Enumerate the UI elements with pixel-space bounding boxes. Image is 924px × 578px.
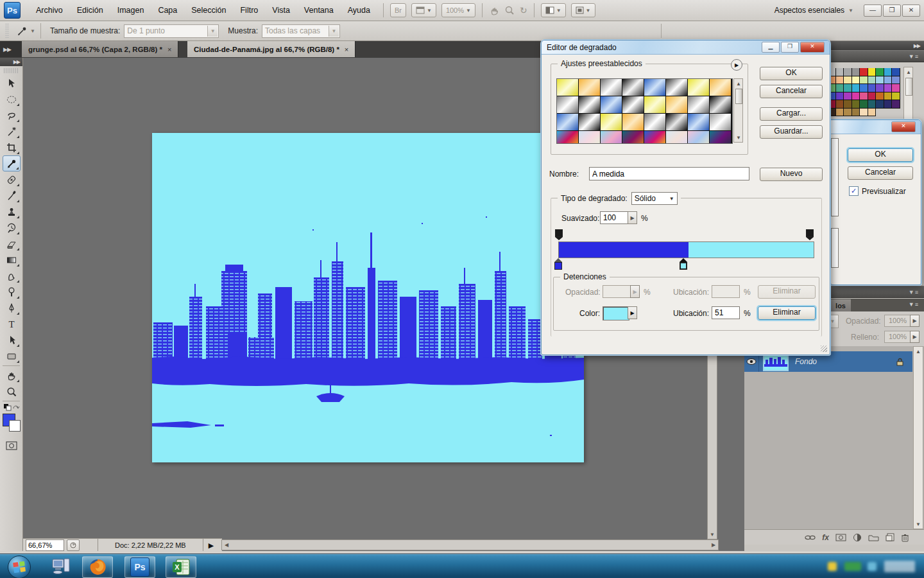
gradient-preset-swatch[interactable] [557,79,578,96]
new-group-icon[interactable] [868,534,879,541]
scroll-down-icon[interactable]: ▼ [734,133,743,142]
crop-tool[interactable] [3,139,21,155]
tab-ciudad-de-panama[interactable]: Ciudad-de-Panamá.jpg al 66,7% (RGB/8) *× [187,41,355,57]
scroll-up-icon[interactable]: ▲ [914,347,923,356]
gradient-preset-swatch[interactable] [579,114,600,130]
menu-archivo[interactable]: Archivo [30,3,69,17]
swap-colors-icon[interactable] [12,403,22,412]
opacity-value[interactable]: 100% [884,315,911,327]
color-swatch[interactable] [868,100,877,109]
color-swatch[interactable] [884,92,893,101]
tray-icon[interactable] [868,562,877,571]
history-brush-tool[interactable] [3,220,21,236]
shape-tool[interactable] [3,348,21,364]
menu-imagen[interactable]: Imagen [111,3,151,17]
delete-layer-icon[interactable] [901,533,909,542]
zoom-level-dropdown[interactable]: 100%▼ [441,3,475,17]
gradient-preset-swatch[interactable] [622,131,644,144]
fill-value[interactable]: 100% [884,331,911,343]
scroll-down-icon[interactable]: ▼ [914,520,923,529]
tab-close-icon[interactable]: × [345,46,348,53]
fill-stepper-icon[interactable]: ▶ [910,331,920,343]
workspace-switcher[interactable]: Aspectos esenciales▼ [774,6,853,15]
color-swatch[interactable] [836,92,844,101]
gradient-preset-swatch[interactable] [644,114,665,130]
gradient-preset-swatch[interactable] [644,96,665,113]
layers-scrollbar[interactable]: ▲ ▼ [913,346,923,529]
quick-mask-button[interactable] [3,437,21,453]
gradient-preset-swatch[interactable] [688,79,709,96]
layer-style-icon[interactable]: fx [822,533,829,542]
eraser-tool[interactable] [3,236,21,252]
hand-tool-icon[interactable] [489,5,499,15]
tools-grip[interactable] [4,68,19,73]
color-stop-left[interactable] [554,262,562,270]
stop-color-swatch[interactable] [603,306,629,320]
save-button[interactable]: Guardar... [760,125,823,139]
color-swatch[interactable] [868,109,877,117]
color-swatch[interactable] [884,84,893,92]
screen-mode-button[interactable]: ▼ [571,3,595,17]
gradient-preset-swatch[interactable] [644,79,665,96]
color-swatch[interactable] [836,68,844,76]
gradient-preset-swatch[interactable] [666,79,687,96]
close-button[interactable]: ✕ [902,4,920,17]
scroll-down-icon[interactable]: ▼ [708,530,717,539]
gradient-editor-titlebar[interactable]: Editor de degradado ▁ ❐ ✕ [542,40,830,55]
panel-menu-icon[interactable]: ▼≡ [909,289,919,295]
menu-ventana[interactable]: Ventana [298,3,340,17]
scroll-up-icon[interactable]: ▲ [734,79,743,88]
stop-color-menu-icon[interactable]: ▶ [628,306,637,319]
color-swatch[interactable] [852,84,860,92]
gradient-preset-swatch[interactable] [710,79,731,96]
gradient-preset-swatch[interactable] [688,96,709,113]
color-swatch[interactable] [892,68,900,76]
menu-edicion[interactable]: Edición [71,3,110,17]
clone-stamp-tool[interactable] [3,204,21,220]
gradient-preset-swatch[interactable] [644,131,665,144]
new-layer-icon[interactable] [886,533,894,541]
opacity-stepper-icon[interactable]: ▶ [910,315,920,327]
taskbar-excel[interactable]: X [166,556,196,578]
color-swatch[interactable] [836,100,844,109]
app-logo-icon[interactable]: Ps [4,2,21,19]
pen-tool[interactable] [3,300,21,316]
zoom-tool[interactable] [3,383,21,399]
tray-icon[interactable] [844,562,861,571]
tab-grunge[interactable]: grunge.psd al 66,7% (Capa 2, RGB/8) *× [22,41,178,57]
color-swatch[interactable] [868,92,877,101]
color-swatch[interactable] [868,84,877,92]
smoothness-field[interactable] [600,211,628,224]
color-swatch[interactable] [844,84,852,92]
scroll-up-icon[interactable]: ▲ [904,67,913,76]
restore-button[interactable]: ❐ [883,4,901,17]
color-swatch[interactable] [860,68,868,76]
tray-icon[interactable] [828,562,837,571]
taskbar-photoshop[interactable]: Ps [124,556,155,578]
color-swatch[interactable] [868,76,877,85]
color-swatch[interactable] [876,76,884,85]
color-swatch[interactable] [860,84,868,92]
menu-ayuda[interactable]: Ayuda [341,3,377,17]
gradient-preset-swatch[interactable] [601,114,622,130]
cancel-button[interactable]: Cancelar [848,166,913,180]
color-swatch[interactable] [844,92,852,101]
layer-name[interactable]: Fondo [795,357,817,366]
color-swatch[interactable] [892,92,900,101]
taskbar-firefox[interactable] [82,556,113,578]
canvas[interactable] [152,133,584,462]
color-swatch[interactable] [876,100,884,109]
taskbar-computer[interactable] [46,556,76,577]
horizontal-scrollbar[interactable]: ◀ ▶ [221,539,719,550]
gradient-preset-swatch[interactable] [579,96,600,113]
gradient-name-field[interactable] [589,167,749,180]
resize-grip[interactable] [821,346,827,352]
new-button[interactable]: Nuevo [760,168,823,181]
gradient-preset-swatch[interactable] [557,114,578,130]
minimize-icon[interactable]: ▁ [762,42,780,53]
color-swatch[interactable] [892,84,900,92]
load-button[interactable]: Cargar... [760,107,823,121]
color-swatch[interactable] [852,92,860,101]
ok-button[interactable]: OK [848,148,913,162]
eyedropper-tool[interactable] [3,155,21,171]
